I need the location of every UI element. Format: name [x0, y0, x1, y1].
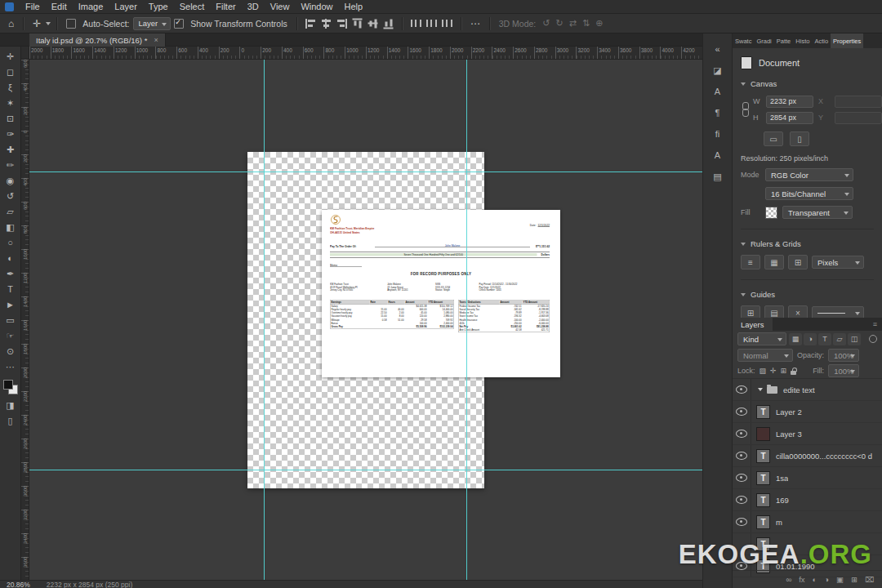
- portrait-orientation-icon[interactable]: ▯: [790, 131, 809, 146]
- blur-tool[interactable]: ○: [2, 235, 20, 251]
- canvas-y-input[interactable]: [835, 112, 882, 124]
- lock-all-icon[interactable]: [791, 368, 797, 376]
- toggle-visibility-3[interactable]: [733, 445, 751, 466]
- clear-guides-icon[interactable]: ×: [788, 305, 808, 318]
- color-swatches[interactable]: [3, 380, 18, 394]
- menu-image[interactable]: Image: [73, 0, 109, 13]
- hand-tool[interactable]: ☞: [2, 328, 20, 344]
- section-header-rulers-grids[interactable]: Rulers & Grids: [741, 239, 874, 248]
- section-header-canvas[interactable]: Canvas: [741, 79, 874, 88]
- adjustments-panel-icon[interactable]: ◪: [706, 60, 729, 81]
- toggle-visibility-0[interactable]: [733, 379, 751, 400]
- healing-brush-tool[interactable]: ✚: [2, 142, 20, 158]
- lock-guides-icon[interactable]: ▤: [764, 305, 784, 318]
- layer-row-layer-3[interactable]: Layer 3: [733, 423, 882, 445]
- distribute-spacing-icon[interactable]: [442, 19, 452, 29]
- guide-vertical-2[interactable]: [466, 60, 467, 580]
- new-guide-layout-icon[interactable]: ⊞: [741, 305, 760, 318]
- color-mode-select[interactable]: RGB Color: [765, 168, 853, 181]
- panel-tab-swatc[interactable]: Swatc: [733, 33, 754, 48]
- layer-filter-select[interactable]: Kind: [737, 332, 786, 345]
- filter-smart-objects-icon[interactable]: ◫: [848, 333, 861, 345]
- toggle-visibility-1[interactable]: [733, 401, 751, 422]
- guide-horizontal-1[interactable]: [29, 172, 702, 172]
- menu-view[interactable]: View: [265, 0, 296, 13]
- menu-edit[interactable]: Edit: [46, 0, 73, 13]
- brush-tool[interactable]: ✏: [2, 158, 20, 173]
- adjustment-layer-icon[interactable]: ◑: [824, 576, 829, 584]
- layer-row-169[interactable]: T169: [733, 489, 882, 511]
- layer-fill-select[interactable]: 100%: [828, 364, 859, 377]
- eyedropper-tool[interactable]: ✑: [2, 127, 20, 142]
- distribute-horizontal-icon[interactable]: [411, 19, 421, 29]
- blend-mode-select[interactable]: Normal: [737, 349, 793, 362]
- menu-type[interactable]: Type: [143, 0, 174, 13]
- horizontal-ruler[interactable]: 2000180016001400120010008006004002000200…: [29, 47, 702, 60]
- 3d-roll-icon[interactable]: ↻: [556, 19, 564, 28]
- align-center-vertical-icon[interactable]: [368, 18, 377, 29]
- fill-select[interactable]: Transparent: [782, 206, 853, 219]
- menu-file[interactable]: File: [20, 0, 46, 13]
- toggle-visibility-2[interactable]: [733, 423, 751, 444]
- panel-menu-icon[interactable]: [873, 318, 882, 331]
- filter-type-layers-icon[interactable]: T: [818, 333, 831, 345]
- guides-style-select[interactable]: [812, 306, 864, 318]
- 3d-drag-icon[interactable]: ⇄: [569, 19, 577, 28]
- history-brush-tool[interactable]: ↺: [2, 189, 20, 204]
- panel-tab-gradi[interactable]: Gradi: [754, 33, 773, 48]
- filter-pixel-layers-icon[interactable]: ▦: [789, 333, 802, 345]
- new-group-icon[interactable]: ▣: [836, 576, 844, 584]
- layer-effects-icon[interactable]: fx: [799, 576, 804, 584]
- layer-row-layer-2[interactable]: TLayer 2: [733, 401, 882, 423]
- opacity-select[interactable]: 100%: [828, 349, 859, 362]
- move-tool-preset-icon[interactable]: ✛: [29, 19, 44, 29]
- layer-row-edite-text[interactable]: edite text: [733, 379, 882, 401]
- panel-tab-histo[interactable]: Histo: [793, 33, 812, 48]
- panel-tab-actio[interactable]: Actio: [812, 33, 831, 48]
- crop-tool[interactable]: ⊡: [2, 111, 20, 127]
- menu-layer[interactable]: Layer: [109, 0, 143, 13]
- snap-icon[interactable]: ⊞: [788, 255, 808, 270]
- link-layers-icon[interactable]: ∞: [786, 576, 791, 584]
- align-center-horizontal-icon[interactable]: [321, 19, 332, 29]
- menu-3d[interactable]: 3D: [242, 0, 265, 13]
- guide-horizontal-2[interactable]: [29, 470, 702, 470]
- toggle-visibility-5[interactable]: [733, 489, 751, 510]
- menu-help[interactable]: Help: [339, 0, 369, 13]
- zoom-tool[interactable]: ⊙: [2, 344, 20, 359]
- menu-select[interactable]: Select: [174, 0, 211, 13]
- layer-row-m[interactable]: Tm: [733, 511, 882, 533]
- add-layer-mask-icon[interactable]: ◐: [813, 576, 817, 584]
- 3d-rotate-icon[interactable]: ↺: [542, 19, 550, 28]
- landscape-orientation-icon[interactable]: ▭: [764, 131, 783, 146]
- align-right-icon[interactable]: [336, 19, 347, 29]
- pen-tool[interactable]: ✒: [2, 266, 20, 282]
- lasso-tool[interactable]: ξ: [2, 80, 20, 96]
- units-select[interactable]: Pixels: [812, 256, 864, 269]
- show-transform-checkbox[interactable]: [174, 19, 184, 29]
- align-left-icon[interactable]: [305, 19, 316, 29]
- quick-mask-icon[interactable]: ◨: [2, 398, 20, 413]
- more-tools[interactable]: ⋯: [2, 359, 20, 375]
- canvas-x-input[interactable]: [835, 96, 882, 108]
- auto-select-target-select[interactable]: Layer: [133, 17, 172, 30]
- lock-position-icon[interactable]: ⊞: [781, 368, 787, 375]
- align-top-icon[interactable]: [352, 18, 362, 29]
- home-icon[interactable]: ⌂: [5, 19, 17, 29]
- move-tool[interactable]: ✛: [2, 49, 20, 65]
- dodge-tool[interactable]: ◐: [2, 251, 20, 266]
- toggle-visibility-4[interactable]: [733, 467, 751, 488]
- distribute-vertical-icon[interactable]: [426, 19, 437, 29]
- toggle-grid-icon[interactable]: ▦: [764, 255, 784, 270]
- menu-filter[interactable]: Filter: [210, 0, 241, 13]
- more-options-icon[interactable]: ⋯: [467, 19, 483, 29]
- canvas-area[interactable]: KM Fashion Trust, Meridian Empire OH-441…: [29, 60, 702, 580]
- document-tab[interactable]: Italy id.psd @ 20.7% (RGB/16) *: [29, 33, 166, 47]
- paragraph-panel-icon[interactable]: ¶: [706, 102, 729, 123]
- screen-mode-icon[interactable]: ▯: [2, 413, 20, 429]
- canvas-height-input[interactable]: 2854 px: [766, 112, 813, 124]
- auto-select-checkbox[interactable]: [66, 19, 76, 29]
- tab-close-icon[interactable]: [154, 37, 158, 44]
- panel-tab-patte[interactable]: Patte: [774, 33, 794, 48]
- lock-pixels-icon[interactable]: ✛: [770, 368, 777, 375]
